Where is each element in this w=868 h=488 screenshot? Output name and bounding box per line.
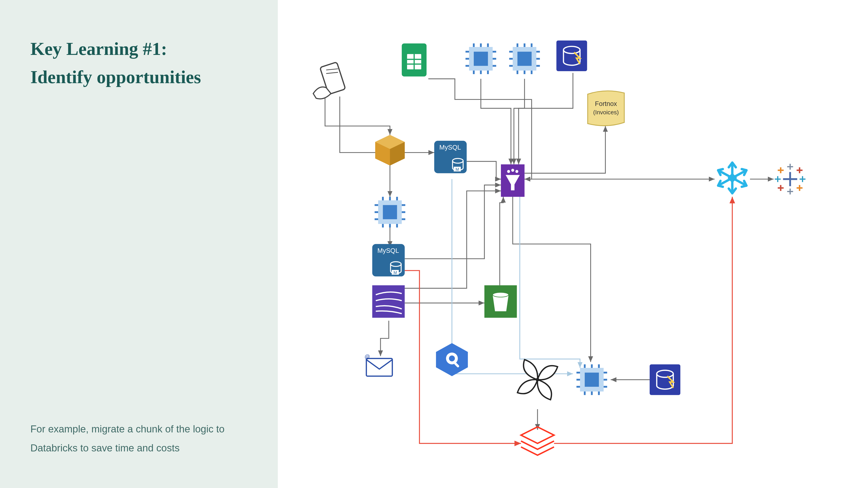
airflow-icon xyxy=(518,360,558,400)
svg-point-69 xyxy=(493,292,508,297)
slide: Key Learning #1: Identify opportunities … xyxy=(0,0,868,488)
sheets-icon xyxy=(402,43,427,76)
diagram-panel: Fortnox (Invoices) MySQL M xyxy=(278,0,868,488)
svg-point-64 xyxy=(507,170,510,173)
edges-blue xyxy=(452,179,580,374)
dynamo2-icon xyxy=(650,364,680,395)
mysql1-icon: MySQL M xyxy=(434,141,467,173)
svg-point-65 xyxy=(511,169,514,172)
kinesis-icon xyxy=(372,285,405,318)
svg-text:@: @ xyxy=(365,354,370,360)
title-line-1: Key Learning #1: xyxy=(30,35,252,63)
s3-icon xyxy=(485,285,517,318)
svg-rect-36 xyxy=(556,40,587,71)
svg-rect-46 xyxy=(383,205,397,219)
mysql1-label: MySQL xyxy=(439,144,461,151)
edges-red xyxy=(405,197,732,443)
left-panel: Key Learning #1: Identify opportunities … xyxy=(0,0,278,488)
handheld-icon xyxy=(313,62,345,99)
chip1-icon xyxy=(465,43,496,74)
databricks-icon xyxy=(521,427,554,455)
architecture-diagram: Fortnox (Invoices) MySQL M xyxy=(278,0,868,488)
fortnox-note: Fortnox (Invoices) xyxy=(588,91,624,126)
svg-point-75 xyxy=(449,356,455,361)
svg-rect-23 xyxy=(518,52,532,66)
svg-rect-78 xyxy=(585,372,599,387)
svg-point-66 xyxy=(515,170,518,173)
title-line-2: Identify opportunities xyxy=(30,63,252,91)
svg-rect-96 xyxy=(727,173,737,183)
chip2-icon xyxy=(509,43,540,74)
svg-rect-70 xyxy=(366,359,392,376)
snowflake-icon xyxy=(718,163,746,193)
fortnox-label-1: Fortnox xyxy=(595,100,617,107)
bigquery-icon xyxy=(436,343,468,376)
fortnox-label-2: (Invoices) xyxy=(593,109,619,116)
svg-rect-9 xyxy=(474,52,488,66)
svg-text:M: M xyxy=(456,167,459,172)
chip4-icon xyxy=(577,364,607,395)
email-icon: @ xyxy=(365,354,393,376)
svg-rect-91 xyxy=(650,364,680,395)
dynamo1-icon xyxy=(556,40,587,71)
svg-text:M: M xyxy=(394,270,397,275)
mysql2-icon: MySQL M xyxy=(372,244,405,276)
footer-text: For example, migrate a chunk of the logi… xyxy=(30,420,252,457)
tableau-icon xyxy=(775,164,805,195)
title-block: Key Learning #1: Identify opportunities xyxy=(30,35,252,91)
lambda-icon xyxy=(375,135,405,166)
chip3-icon xyxy=(375,197,405,228)
funnel-icon xyxy=(501,164,524,197)
svg-point-76 xyxy=(536,378,539,382)
mysql2-label: MySQL xyxy=(377,247,399,254)
